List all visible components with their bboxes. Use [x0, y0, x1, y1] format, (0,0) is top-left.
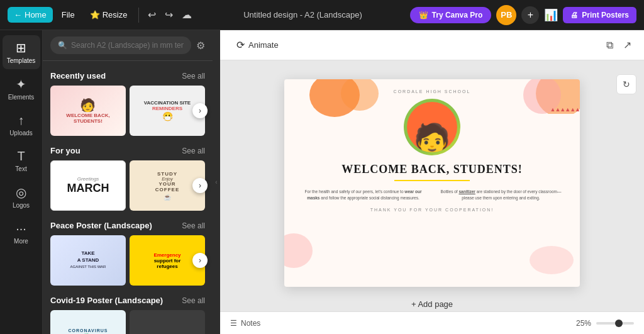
print-posters-button[interactable]: 🖨 Print Posters [563, 7, 636, 23]
undo-button[interactable]: ↩ [144, 6, 160, 23]
undo-redo-controls: ↩ ↪ ☁ [144, 6, 196, 23]
blob-bottom-left [284, 233, 313, 268]
plus-button[interactable]: + [521, 6, 539, 24]
avatar-inner: 🧑 [407, 102, 457, 152]
print-label: Print Posters [582, 11, 629, 19]
peace-poster-grid: TAKEA STANDAGAINST THIS WAR Emergencysup… [50, 235, 205, 286]
design-body-left: For the health and safety of our peers, … [299, 189, 427, 201]
for-you-see-all[interactable]: See all [182, 147, 205, 155]
notes-button[interactable]: ☰ Notes [230, 319, 260, 328]
template-card-placeholder[interactable]: ... [130, 310, 205, 334]
filter-button[interactable]: ⚙ [196, 40, 205, 52]
resize-icon: ⭐ [90, 10, 100, 19]
search-input-wrapper[interactable]: 🔍 [50, 36, 191, 54]
design-body-right: Bottles of sanitizer are stationed by th… [437, 189, 565, 201]
template-card-welcome-students[interactable]: 🧑 WELCOME BACK,STUDENTS! [50, 86, 126, 136]
sidebar-item-elements[interactable]: ✦ Elements [3, 72, 40, 106]
template-panel: 🔍 ⚙ Recently used See all 🧑 WELCOME BACK… [43, 30, 213, 334]
animate-icon: ⟳ [236, 39, 245, 51]
canvas-toolbar: ⟳ Animate ⧉ ↗ [220, 30, 644, 60]
try-canva-label: Try Canva Pro [432, 11, 483, 19]
sidebar-label-templates: Templates [7, 57, 36, 64]
uploads-icon: ↑ [18, 113, 25, 128]
user-avatar-button[interactable]: PB [496, 5, 516, 25]
home-button[interactable]: ← Home [8, 7, 53, 23]
recently-used-scroll-right[interactable]: › [192, 103, 208, 118]
blob-bottom-right [530, 246, 574, 274]
home-icon: ← [14, 10, 22, 19]
covid-poster-title: Covid-19 Poster (Landscape) [50, 296, 163, 305]
panel-collapse-handle[interactable]: ‹ [213, 30, 220, 334]
canvas-toolbar-icons: ⧉ ↗ [604, 36, 634, 53]
notes-icon: ☰ [230, 319, 237, 328]
nav-center: Untitled design - A2 (Landscape) [198, 10, 407, 19]
for-you-header: For you See all [50, 146, 205, 155]
bottom-bar: ☰ Notes 25% [220, 311, 644, 334]
peace-poster-header: Peace Poster (Landscape) See all [50, 221, 205, 230]
template-card-coronavirus[interactable]: CORONAVIRUS🦠 [50, 310, 126, 334]
templates-icon: ⊞ [16, 40, 26, 55]
for-you-title: For you [50, 146, 80, 155]
file-button[interactable]: File [55, 7, 81, 23]
covid-poster-grid: CORONAVIRUS🦠 ... [50, 310, 205, 334]
person-emoji: 🧑 [413, 125, 451, 152]
sidebar-item-logos[interactable]: ◎ Logos [3, 180, 40, 214]
zoom-controls: 25% [576, 319, 634, 328]
top-navigation: ← Home File ⭐ Resize ↩ ↪ ☁ Untitled desi… [0, 0, 644, 30]
more-icon: ··· [16, 221, 26, 236]
redo-button[interactable]: ↪ [161, 6, 177, 23]
print-icon: 🖨 [570, 11, 578, 19]
recently-used-title: Recently used [50, 71, 106, 81]
design-body-text: For the health and safety of our peers, … [299, 189, 565, 201]
zoom-thumb[interactable] [615, 320, 623, 327]
sidebar-item-more[interactable]: ··· More [3, 216, 40, 250]
resize-button[interactable]: ⭐ Resize [84, 7, 134, 23]
peace-poster-scroll-right[interactable]: › [192, 253, 208, 268]
design-canvas: ▲▲▲▲▲▲ CORDALE HIGH SCHOOL 🧑 WELCOME BAC… [284, 79, 580, 287]
recently-used-header: Recently used See all [50, 71, 205, 81]
elements-icon: ✦ [16, 77, 26, 92]
for-you-scroll-right[interactable]: › [192, 178, 208, 193]
export-button[interactable]: ↗ [621, 36, 634, 53]
sidebar-item-text[interactable]: T Text [3, 144, 40, 177]
template-card-march[interactable]: Greetings MARCH [50, 160, 126, 211]
document-title: Untitled design - A2 (Landscape) [243, 10, 362, 19]
logos-icon: ◎ [16, 185, 26, 200]
peace-poster-see-all[interactable]: See all [182, 221, 205, 230]
template-card-take-a-stand[interactable]: TAKEA STANDAGAINST THIS WAR [50, 235, 126, 286]
peace-poster-title: Peace Poster (Landscape) [50, 221, 152, 230]
search-input[interactable] [71, 41, 184, 50]
design-thank-you: THANK YOU FOR YOUR COOPERATION! [299, 208, 565, 212]
sidebar-item-uploads[interactable]: ↑ Uploads [3, 108, 40, 142]
sidebar-label-logos: Logos [13, 202, 30, 209]
school-name: CORDALE HIGH SCHOOL [299, 89, 565, 94]
main-area: ⊞ Templates ✦ Elements ↑ Uploads T Text … [0, 30, 644, 334]
covid-poster-see-all[interactable]: See all [182, 296, 205, 305]
copy-button[interactable]: ⧉ [604, 37, 616, 53]
animate-label: Animate [248, 40, 279, 50]
avatar-initials: PB [501, 10, 512, 19]
for-you-grid: Greetings MARCH STUDY Enjoy YOUR COFFEE … [50, 160, 205, 211]
design-underline [394, 180, 470, 181]
analytics-button[interactable]: 📊 [544, 8, 558, 22]
add-page-button[interactable]: + Add page [284, 293, 580, 311]
recently-used-see-all[interactable]: See all [182, 72, 205, 81]
try-canva-button[interactable]: 👑 Try Canva Pro [410, 7, 492, 23]
sidebar-item-templates[interactable]: ⊞ Templates [3, 35, 40, 69]
resize-label: Resize [103, 10, 128, 19]
sidebar-label-uploads: Uploads [9, 130, 33, 136]
search-icon: 🔍 [58, 41, 67, 50]
home-label: Home [25, 10, 47, 19]
file-label: File [62, 10, 75, 19]
sidebar-label-more: More [14, 238, 28, 245]
design-title: WELCOME BACK, STUDENTS! [299, 163, 565, 176]
zoom-slider[interactable] [596, 322, 634, 325]
animate-button[interactable]: ⟳ Animate [230, 35, 285, 55]
sidebar-label-elements: Elements [8, 94, 35, 101]
notes-label: Notes [241, 319, 260, 328]
cloud-save-button[interactable]: ☁ [178, 6, 196, 23]
nav-divider [138, 8, 139, 23]
design-avatar: 🧑 [404, 99, 460, 155]
design-inner: CORDALE HIGH SCHOOL 🧑 WELCOME BACK, STUD… [284, 79, 580, 287]
canvas-viewport[interactable]: ▲▲▲▲▲▲ CORDALE HIGH SCHOOL 🧑 WELCOME BAC… [220, 60, 644, 311]
